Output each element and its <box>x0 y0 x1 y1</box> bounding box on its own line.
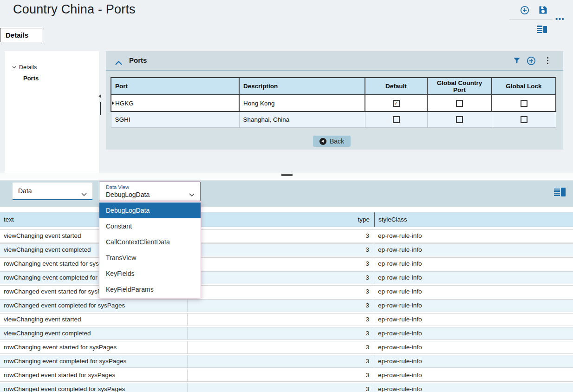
port-value: SGHI <box>115 116 130 123</box>
log-text: viewChanging event started <box>0 314 188 326</box>
tab-details[interactable]: Details <box>0 28 42 42</box>
default-checkbox[interactable] <box>393 116 400 123</box>
log-row[interactable]: viewChanging event started3ep-row-rule-i… <box>0 313 573 326</box>
panel-block <box>561 188 566 196</box>
save-icon[interactable] <box>539 6 547 16</box>
log-styleclass: ep-row-rule-info <box>374 230 573 242</box>
list-panel-icon[interactable] <box>554 188 566 196</box>
debug-table-header: text type styleClass <box>0 212 573 227</box>
log-styleclass: ep-row-rule-info <box>374 355 573 367</box>
log-type: 3 <box>188 327 374 340</box>
tree-item-label: Details <box>19 64 37 71</box>
data-select-value: Data <box>18 183 32 199</box>
vertical-splitter-handle[interactable] <box>100 102 101 115</box>
log-row[interactable]: rowChanged event completed for sysPages3… <box>0 299 573 312</box>
ports-panel: Ports Port Description Default Global Co… <box>106 51 563 150</box>
log-type: 3 <box>188 258 374 270</box>
log-type: 3 <box>188 383 374 392</box>
col-header-styleclass[interactable]: styleClass <box>374 212 573 227</box>
debug-table-body: viewChanging event started3ep-row-rule-i… <box>0 229 573 392</box>
col-header-port[interactable]: Port <box>111 78 239 95</box>
log-text: rowChanged event completed for sysPages <box>0 383 188 392</box>
col-header-default[interactable]: Default <box>365 78 427 95</box>
log-type: 3 <box>188 314 374 326</box>
default-checkbox[interactable]: ✓ <box>393 100 400 107</box>
col-header-global-lock[interactable]: Global Lock <box>492 78 556 95</box>
data-view-dropdown-list: DebugLogData Constant CallContextClientD… <box>99 201 201 298</box>
back-button-label: Back <box>330 137 344 145</box>
dropdown-option[interactable]: DebugLogData <box>99 203 201 218</box>
log-styleclass: ep-row-rule-info <box>374 314 573 326</box>
log-type: 3 <box>188 272 374 284</box>
ports-panel-header: Ports <box>106 51 563 71</box>
global-lock-checkbox[interactable] <box>521 100 527 107</box>
log-styleclass: ep-row-rule-info <box>374 272 573 284</box>
log-text: rowChanged event completed for sysPages <box>0 300 188 312</box>
log-row[interactable]: viewChanging event completed3ep-row-rule… <box>0 243 573 256</box>
add-row-icon[interactable] <box>527 56 536 67</box>
log-text: viewChanging event completed <box>0 327 188 340</box>
data-view-value: DebugLogData <box>106 191 150 198</box>
tree-item-ports[interactable]: Ports <box>23 75 39 82</box>
log-styleclass: ep-row-rule-info <box>374 341 573 353</box>
section-title: Ports <box>129 56 147 64</box>
table-row[interactable]: SGHI Shanghai, China <box>111 111 556 127</box>
log-row[interactable]: viewChanging event started3ep-row-rule-i… <box>0 229 573 242</box>
collapse-panel-icon[interactable] <box>98 94 101 98</box>
ports-table-header-row: Port Description Default Global Country … <box>111 78 556 95</box>
add-icon[interactable] <box>520 6 529 17</box>
dropdown-option[interactable]: KeyFieldParams <box>99 281 201 297</box>
back-arrow-icon <box>319 138 326 145</box>
dropdown-option[interactable]: TransView <box>99 250 201 266</box>
log-row[interactable]: rowChanging event started for sysPages3e… <box>0 341 573 354</box>
description-value: Shanghai, China <box>239 111 365 127</box>
filter-icon[interactable] <box>514 58 520 66</box>
log-styleclass: ep-row-rule-info <box>374 383 573 392</box>
data-view-label: Data View <box>106 184 129 190</box>
back-button[interactable]: Back <box>313 136 351 147</box>
chevron-down-icon <box>81 189 87 198</box>
log-type: 3 <box>188 341 374 353</box>
log-row[interactable]: rowChanged event started for sysPages3ep… <box>0 369 573 382</box>
dropdown-option[interactable]: CallContextClientData <box>99 234 201 250</box>
log-row[interactable]: rowChanged event started for sysPages3ep… <box>0 285 573 298</box>
log-type: 3 <box>188 286 374 298</box>
log-styleclass: ep-row-rule-info <box>374 369 573 381</box>
global-country-port-checkbox[interactable] <box>456 116 463 123</box>
kebab-menu-icon[interactable] <box>547 57 548 64</box>
side-panel-icon[interactable] <box>537 26 547 33</box>
global-country-port-checkbox[interactable] <box>456 100 463 107</box>
log-row[interactable]: rowChanging event completed for sysPages… <box>0 271 573 284</box>
log-row[interactable]: rowChanged event completed for sysPages3… <box>0 383 573 392</box>
tree-item-details[interactable]: Details <box>12 64 37 71</box>
panel-lines <box>537 26 542 33</box>
panel-block <box>543 26 547 33</box>
overflow-icon[interactable]: ••• <box>555 15 565 23</box>
global-lock-checkbox[interactable] <box>521 116 527 123</box>
port-value: HGKG <box>115 100 134 107</box>
horizontal-splitter-handle[interactable] <box>281 174 293 176</box>
collapse-section-icon[interactable] <box>115 59 122 67</box>
ports-table: Port Description Default Global Country … <box>111 77 556 128</box>
log-type: 3 <box>188 230 374 242</box>
data-select[interactable]: Data <box>13 183 92 200</box>
dropdown-option[interactable]: Constant <box>99 218 201 234</box>
log-row[interactable]: rowChanging event completed for sysPages… <box>0 355 573 368</box>
dropdown-option[interactable]: KeyFields <box>99 266 201 281</box>
log-text: rowChanging event started for sysPages <box>0 341 188 353</box>
log-styleclass: ep-row-rule-info <box>374 327 573 340</box>
log-text: rowChanged event started for sysPages <box>0 369 188 381</box>
log-styleclass: ep-row-rule-info <box>374 258 573 270</box>
data-view-select[interactable]: Data View DebugLogData <box>99 182 201 201</box>
col-header-type[interactable]: type <box>188 212 374 227</box>
log-row[interactable]: viewChanging event completed3ep-row-rule… <box>0 327 573 340</box>
log-type: 3 <box>188 244 374 256</box>
current-row-marker-icon <box>112 101 114 105</box>
col-header-description[interactable]: Description <box>239 78 365 95</box>
log-type: 3 <box>188 369 374 381</box>
log-type: 3 <box>188 355 374 367</box>
table-row[interactable]: HGKG Hong Kong ✓ <box>111 95 556 111</box>
col-header-global-country-port[interactable]: Global Country Port <box>427 78 492 95</box>
log-row[interactable]: rowChanging event started for sysPages3e… <box>0 257 573 270</box>
nav-tree-panel: Details Ports <box>5 51 99 173</box>
